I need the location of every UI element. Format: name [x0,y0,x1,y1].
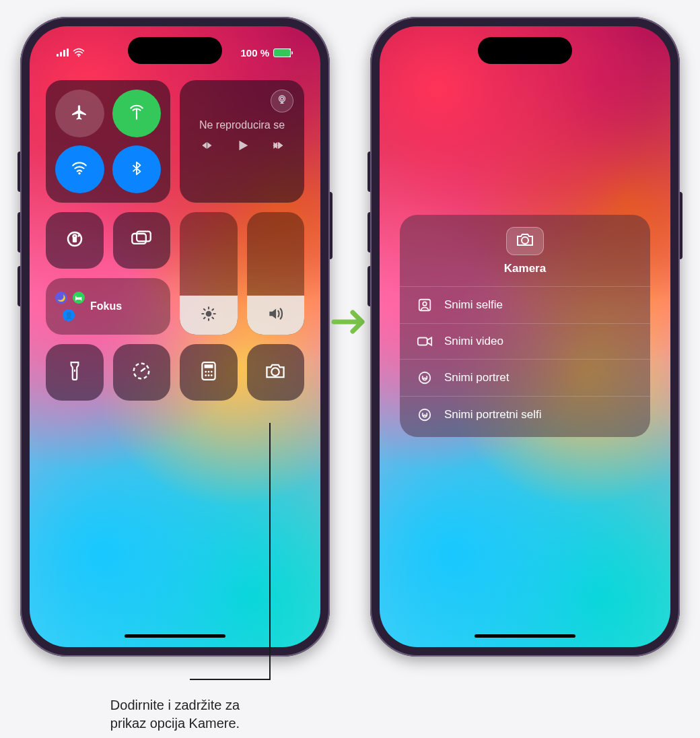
camera-action-label: Snimi video [444,335,503,348]
callout-line1: Dodirnite i zadržite za [110,698,240,712]
screen-mirroring-button[interactable] [113,212,171,269]
airplay-icon [276,94,288,108]
camera-action-portrait-selfie[interactable]: Snimi portretni selfi [400,396,650,433]
timer-icon [131,361,151,384]
svg-rect-7 [137,232,151,242]
dnd-mini-icon: 🌙 [55,292,67,304]
focus-label: Fokus [90,300,122,312]
sleep-mini-icon: 🛏 [73,292,85,304]
focus-button[interactable]: 🌙 🛏 👤 Fokus [46,278,170,335]
volume-slider[interactable] [247,212,305,335]
svg-point-16 [205,374,207,376]
wifi-toggle[interactable] [55,145,104,193]
home-indicator[interactable] [475,634,575,638]
svg-point-0 [78,55,79,57]
camera-action-label: Snimi selfie [444,298,503,312]
camera-action-portrait[interactable]: Snimi portret [400,359,650,396]
airplay-button[interactable] [271,90,293,112]
iphone-left: 100 % [20,17,330,657]
airplane-icon [71,104,88,124]
camera-action-selfie[interactable]: Snimi selfie [400,286,650,323]
camera-quick-actions-menu: Kamera Snimi selfie Snimi video [400,215,650,437]
comparison-stage: 100 % [0,0,700,673]
svg-rect-5 [73,236,77,242]
camera-action-label: Snimi portret [444,371,509,384]
camera-menu-title: Kamera [504,262,546,275]
svg-point-1 [79,172,81,174]
svg-point-14 [207,371,209,373]
camera-menu-icon-chip [506,227,544,255]
personal-mini-icon: 👤 [63,309,75,321]
iphone-right: Kamera Snimi selfie Snimi video [370,17,680,657]
svg-rect-23 [418,337,427,345]
svg-point-18 [211,374,213,376]
focus-mode-icons: 🌙 🛏 👤 [55,292,85,321]
svg-point-3 [281,97,284,100]
callout-line2: prikaz opcija Kamere. [110,716,240,731]
battery-percent: 100 % [240,47,269,59]
flashlight-icon [67,361,83,384]
portrait-selfie-icon [416,407,433,422]
svg-point-13 [205,371,207,373]
camera-icon [265,362,286,382]
brightness-slider[interactable] [180,212,238,335]
camera-menu-header: Kamera [400,227,650,286]
bluetooth-toggle[interactable] [112,145,162,193]
svg-point-17 [207,374,209,376]
cellular-data-toggle[interactable] [112,90,162,137]
svg-point-2 [279,96,285,102]
callout-leader-line [269,423,271,679]
svg-rect-6 [133,234,147,244]
screen-mirroring-icon [131,230,152,251]
status-left [57,48,85,57]
status-right: 100 % [240,47,291,59]
wifi-icon [71,160,88,180]
video-icon [416,335,433,348]
selfie-icon [416,298,433,312]
volume-icon [267,305,284,325]
brightness-icon [200,305,217,325]
orientation-lock-icon [65,229,85,252]
svg-rect-12 [204,364,213,368]
timer-button[interactable] [113,344,171,401]
cellular-signal-icon [57,48,69,57]
svg-point-22 [423,302,427,306]
transition-arrow-icon [331,307,369,339]
next-track-button[interactable] [270,139,286,152]
flashlight-button[interactable] [46,344,104,401]
iphone-right-screen: Kamera Snimi selfie Snimi video [380,26,670,647]
dynamic-island [478,37,572,64]
bluetooth-icon [129,160,144,180]
previous-track-button[interactable] [199,139,215,152]
svg-point-15 [211,371,213,373]
camera-action-label: Snimi portretni selfi [444,408,542,422]
home-indicator[interactable] [125,634,225,638]
svg-point-8 [205,311,211,317]
callout-text: Dodirnite i zadržite za prikaz opcija Ka… [40,696,310,733]
control-center-grid: Ne reproducira se [46,80,304,401]
portrait-icon [416,370,433,385]
svg-point-19 [272,368,279,375]
camera-action-video[interactable]: Snimi video [400,323,650,359]
battery-icon [273,48,291,57]
calculator-button[interactable] [180,344,238,401]
iphone-left-screen: 100 % [30,26,320,647]
orientation-lock-toggle[interactable] [46,212,104,269]
dynamic-island [128,37,222,64]
media-controls-tile[interactable]: Ne reproducira se [180,80,304,203]
play-button[interactable] [235,138,250,153]
media-transport [190,138,293,153]
antenna-icon [128,104,145,124]
airplane-mode-toggle[interactable] [55,90,104,137]
calculator-icon [200,361,217,384]
svg-point-20 [522,237,528,244]
connectivity-group[interactable] [46,80,170,203]
wifi-status-icon [73,48,85,57]
svg-rect-9 [74,370,75,372]
camera-button[interactable] [247,344,305,401]
camera-icon [516,232,534,250]
now-playing-label: Ne reproducira se [190,119,293,131]
